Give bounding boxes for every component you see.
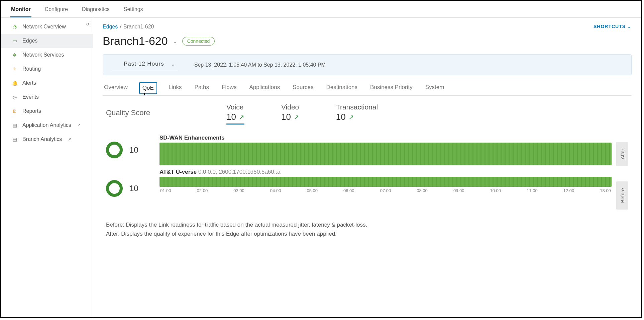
status-badge: Connected xyxy=(182,37,215,46)
after-label: After xyxy=(616,142,628,166)
before-label: Before xyxy=(616,181,628,210)
trend-up-icon: ↗ xyxy=(348,113,354,121)
chart-row-sdwan: 10 SD-WAN Enhancements xyxy=(106,135,612,165)
trend-up-icon: ↗ xyxy=(239,113,244,121)
tab-monitor[interactable]: Monitor xyxy=(10,4,31,17)
sidebar-item-routing[interactable]: ✧ Routing xyxy=(1,62,93,76)
axis-tick: 10:00 xyxy=(490,188,501,193)
sidebar-item-label: Alerts xyxy=(22,80,36,86)
breadcrumb-sep: / xyxy=(120,24,121,30)
sidebar-item-label: Edges xyxy=(22,38,37,44)
sidebar-item-network-overview[interactable]: ◔ Network Overview xyxy=(1,20,93,34)
axis-tick: 03:00 xyxy=(233,188,244,193)
score-value: 10 xyxy=(226,112,236,122)
external-link-icon: ↗ xyxy=(68,137,71,142)
score-ring-icon xyxy=(106,180,123,197)
score-video[interactable]: Video 10 ↗ xyxy=(281,103,299,125)
collapse-sidebar-icon[interactable]: « xyxy=(86,20,90,27)
sidebar: « ◔ Network Overview ▭ Edges ✲ Network S… xyxy=(1,18,93,318)
note-after: After: Displays the quality of experienc… xyxy=(106,229,632,238)
chevron-down-icon: ⌄ xyxy=(627,24,632,29)
sidebar-item-label: Branch Analytics xyxy=(22,136,62,142)
ring-score-value: 10 xyxy=(129,145,138,155)
services-icon: ✲ xyxy=(12,52,18,58)
sidebar-item-branch-analytics[interactable]: ▤ Branch Analytics ↗ xyxy=(1,132,93,146)
sidebar-item-label: Application Analytics xyxy=(22,122,71,128)
axis-tick: 09:00 xyxy=(453,188,464,193)
sidebar-item-label: Reports xyxy=(22,108,41,114)
qoe-timeline-bar[interactable] xyxy=(159,177,612,187)
subtab-links[interactable]: Links xyxy=(167,80,183,95)
subtab-overview[interactable]: Overview xyxy=(103,80,129,95)
main-content: SHORTCUTS ⌄ Edges / Branch1-620 Branch1-… xyxy=(93,18,641,318)
subtab-system[interactable]: System xyxy=(424,80,446,95)
time-range-bar: Past 12 Hours Sep 13, 2022, 1:05:40 AM t… xyxy=(103,54,632,75)
subtab-label: QoE xyxy=(142,85,154,91)
subtab-business-priority[interactable]: Business Priority xyxy=(369,80,414,95)
breadcrumb-root-link[interactable]: Edges xyxy=(103,24,118,30)
clock-icon: ◷ xyxy=(12,94,18,100)
sidebar-item-edges[interactable]: ▭ Edges xyxy=(1,34,93,48)
subtab-qoe[interactable]: QoE ✦ xyxy=(139,82,157,94)
chart-title: SD-WAN Enhancements xyxy=(159,135,612,141)
sidebar-item-alerts[interactable]: 🔔 Alerts xyxy=(1,76,93,90)
axis-tick: 11:00 xyxy=(527,188,538,193)
page-title: Branch1-620 xyxy=(103,34,168,48)
top-nav-tabs: Monitor Configure Diagnostics Settings xyxy=(1,1,641,18)
axis-tick: 08:00 xyxy=(417,188,428,193)
chart-row-att: 10 AT&T U-verse 0.0.0.0, 2600:1700:1d50:… xyxy=(106,169,612,197)
tab-diagnostics[interactable]: Diagnostics xyxy=(81,4,110,17)
score-value: 10 xyxy=(336,112,346,122)
score-voice[interactable]: Voice 10 ↗ xyxy=(226,103,244,125)
title-dropdown-icon[interactable]: ⌄ xyxy=(173,37,178,45)
analytics-icon: ▤ xyxy=(12,122,18,128)
time-range-selector[interactable]: Past 12 Hours xyxy=(110,59,178,70)
sidebar-item-label: Network Overview xyxy=(22,24,66,30)
score-transactional[interactable]: Transactional 10 ↗ xyxy=(336,103,378,125)
qoe-charts: After Before 10 SD-WAN Enhancements xyxy=(103,135,632,197)
routing-icon: ✧ xyxy=(12,66,18,72)
axis-tick: 13:00 xyxy=(600,188,611,193)
cursor-icon: ✦ xyxy=(142,91,146,97)
axis-tick: 04:00 xyxy=(270,188,281,193)
sidebar-item-network-services[interactable]: ✲ Network Services xyxy=(1,48,93,62)
subtab-flows[interactable]: Flows xyxy=(220,80,238,95)
explanation-notes: Before: Displays the Link readiness for … xyxy=(103,220,632,238)
axis-tick: 07:00 xyxy=(380,188,391,193)
tab-configure[interactable]: Configure xyxy=(44,4,69,17)
subtab-sources[interactable]: Sources xyxy=(291,80,315,95)
axis-tick: 12:00 xyxy=(563,188,574,193)
sub-tabs: Overview QoE ✦ Links Paths Flows Applica… xyxy=(103,80,632,96)
trend-up-icon: ↗ xyxy=(294,113,299,121)
sidebar-item-label: Network Services xyxy=(22,52,64,58)
score-ring-icon xyxy=(106,142,123,158)
subtab-paths[interactable]: Paths xyxy=(193,80,210,95)
score-name: Voice xyxy=(226,103,244,111)
shortcuts-label: SHORTCUTS xyxy=(594,24,626,29)
axis-tick: 02:00 xyxy=(197,188,208,193)
device-icon: ▭ xyxy=(12,38,18,44)
branch-icon: ▤ xyxy=(12,136,18,142)
axis-tick: 05:00 xyxy=(307,188,318,193)
sidebar-item-application-analytics[interactable]: ▤ Application Analytics ↗ xyxy=(1,118,93,132)
tab-settings[interactable]: Settings xyxy=(123,4,144,17)
subtab-destinations[interactable]: Destinations xyxy=(325,80,359,95)
chart-subtitle: 0.0.0.0, 2600:1700:1d50:5a60::a xyxy=(198,169,281,175)
breadcrumb-current: Branch1-620 xyxy=(123,24,154,30)
time-range-text: Sep 13, 2022, 1:05:40 AM to Sep 13, 2022… xyxy=(194,62,326,68)
sidebar-item-label: Events xyxy=(22,94,39,100)
ring-score-value: 10 xyxy=(129,184,138,193)
qoe-timeline-bar[interactable] xyxy=(159,143,612,165)
sidebar-item-events[interactable]: ◷ Events xyxy=(1,90,93,104)
shortcuts-dropdown[interactable]: SHORTCUTS ⌄ xyxy=(594,24,632,29)
note-before: Before: Displays the Link readiness for … xyxy=(106,220,632,229)
bell-icon: 🔔 xyxy=(12,80,18,86)
gauge-icon: ◔ xyxy=(12,24,18,30)
score-value: 10 xyxy=(281,112,291,122)
sidebar-item-reports[interactable]: 🗎 Reports xyxy=(1,104,93,118)
quality-scores-row: Quality Score Voice 10 ↗ Video 10 ↗ xyxy=(106,103,632,125)
breadcrumb: Edges / Branch1-620 xyxy=(103,24,594,30)
document-icon: 🗎 xyxy=(12,108,18,114)
score-name: Transactional xyxy=(336,103,378,111)
subtab-applications[interactable]: Applications xyxy=(248,80,281,95)
